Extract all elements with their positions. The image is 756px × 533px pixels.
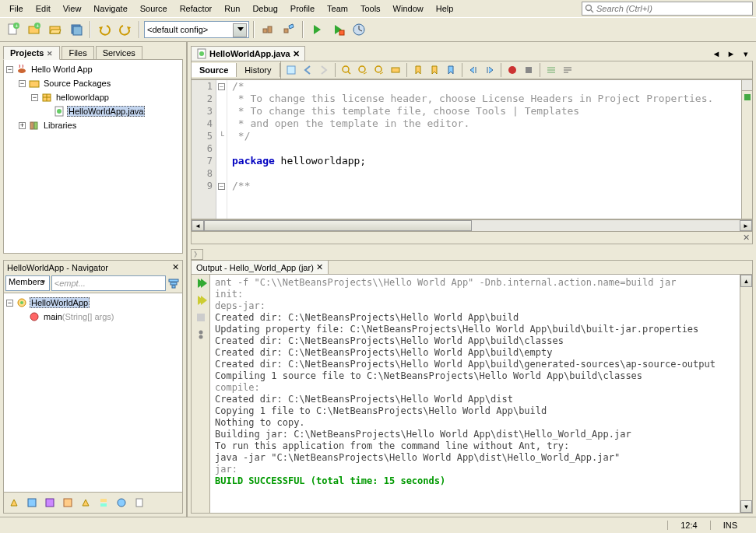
- coffee-icon: [16, 63, 28, 75]
- tab-files[interactable]: Files: [62, 46, 93, 59]
- error-stripe[interactable]: [741, 80, 752, 219]
- tree-package[interactable]: −helloworldapp: [6, 90, 180, 104]
- svg-point-50: [508, 66, 516, 74]
- build-button[interactable]: [258, 20, 277, 39]
- nav-alpha-icon[interactable]: [95, 494, 112, 511]
- undo-button[interactable]: [95, 20, 114, 39]
- line-gutter: 123456789: [192, 80, 216, 219]
- rerun-icon[interactable]: [195, 277, 207, 289]
- close-icon[interactable]: ✕: [172, 262, 179, 272]
- tree-java-file[interactable]: HelloWorldApp.java: [6, 104, 180, 118]
- shift-right-icon[interactable]: [482, 62, 498, 78]
- open-project-button[interactable]: [46, 20, 65, 39]
- menu-run[interactable]: Run: [218, 2, 246, 15]
- shift-left-icon[interactable]: [466, 62, 481, 78]
- tree-project[interactable]: −Hello World App: [6, 62, 180, 76]
- forward-icon[interactable]: [316, 62, 332, 78]
- save-all-button[interactable]: [67, 20, 86, 39]
- uncomment-icon[interactable]: [560, 62, 575, 78]
- svg-rect-39: [136, 499, 142, 507]
- editor-tab[interactable]: HelloWorldApp.java ✕: [191, 46, 305, 61]
- last-edit-icon[interactable]: [283, 62, 299, 78]
- editor-area[interactable]: 123456789 −└− /* * To change this licens…: [191, 79, 753, 219]
- tab-right-button[interactable]: ►: [724, 47, 738, 61]
- next-bookmark-icon[interactable]: [427, 62, 442, 78]
- nav-sort-icon[interactable]: [77, 494, 94, 511]
- find-next-icon[interactable]: [371, 62, 387, 78]
- nav-nonpublic-icon[interactable]: [59, 494, 76, 511]
- rerun-diff-icon[interactable]: [195, 294, 207, 307]
- menu-profile[interactable]: Profile: [284, 2, 321, 15]
- nav-class[interactable]: −HelloWorldApp: [6, 296, 180, 310]
- output-titlebar: Output - Hello_World_App (jar)✕: [191, 260, 753, 275]
- menu-team[interactable]: Team: [321, 2, 354, 15]
- editor-hscroll[interactable]: ◄►: [191, 219, 753, 232]
- navigator-body: −HelloWorldApp main(String[] args): [3, 293, 183, 493]
- history-tab[interactable]: History: [237, 63, 280, 77]
- close-editor-button[interactable]: ✕: [743, 233, 750, 243]
- menu-view[interactable]: View: [57, 2, 88, 15]
- tree-libraries[interactable]: +Libraries: [6, 118, 180, 132]
- fold-gutter[interactable]: −└−: [216, 80, 227, 219]
- menu-debug[interactable]: Debug: [246, 2, 283, 15]
- stop-icon[interactable]: [195, 311, 207, 324]
- clean-build-button[interactable]: [280, 20, 298, 39]
- tab-left-button[interactable]: ◄: [709, 47, 723, 61]
- tab-services[interactable]: Services: [96, 46, 142, 59]
- navigator-filter-button[interactable]: [167, 275, 181, 291]
- nav-doc-icon[interactable]: [131, 494, 148, 511]
- prev-bookmark-icon[interactable]: [410, 62, 426, 78]
- comment-icon[interactable]: [543, 62, 559, 78]
- nav-fields-icon[interactable]: [23, 494, 40, 511]
- menu-window[interactable]: Window: [387, 2, 430, 15]
- svg-text:+: +: [15, 23, 19, 30]
- tab-list-button[interactable]: ▾: [739, 47, 753, 61]
- find-selection-icon[interactable]: [339, 62, 354, 78]
- new-file-button[interactable]: +: [4, 20, 23, 39]
- statusbar: 12:4 INS: [0, 517, 756, 533]
- close-icon[interactable]: ✕: [293, 49, 300, 59]
- code-content[interactable]: /* * To change this license header, choo…: [227, 80, 741, 219]
- menu-file[interactable]: File: [3, 2, 30, 15]
- nav-inherited-icon[interactable]: [5, 494, 23, 511]
- tab-projects[interactable]: Projects✕: [3, 46, 60, 60]
- profile-button[interactable]: [350, 20, 368, 39]
- nav-method[interactable]: main(String[] args): [6, 310, 180, 324]
- redo-button[interactable]: [116, 20, 135, 39]
- collapse-handle[interactable]: 》: [191, 249, 203, 260]
- svg-rect-10: [73, 26, 82, 35]
- toggle-bookmark-icon[interactable]: [443, 62, 459, 78]
- macro-stop-icon[interactable]: [521, 62, 536, 78]
- navigator-view-combo[interactable]: Members: [5, 275, 50, 291]
- navigator-filter-input[interactable]: [51, 275, 166, 291]
- output-text[interactable]: ant -f "C:\\NetBeansProjects\\Hello Worl…: [210, 275, 740, 513]
- output-tab[interactable]: Output - Hello_World_App (jar)✕: [192, 261, 329, 274]
- quick-search[interactable]: [582, 2, 753, 16]
- output-side-toolbar: [192, 275, 210, 513]
- tree-source-packages[interactable]: −Source Packages: [6, 76, 180, 90]
- settings-icon[interactable]: [195, 328, 207, 341]
- run-button[interactable]: [308, 20, 326, 39]
- output-vscroll[interactable]: ▲▼: [740, 275, 752, 513]
- menu-tools[interactable]: Tools: [354, 2, 387, 15]
- find-prev-icon[interactable]: [355, 62, 371, 78]
- source-tab[interactable]: Source: [192, 63, 237, 77]
- macro-record-icon[interactable]: [505, 62, 520, 78]
- new-project-button[interactable]: +: [25, 20, 44, 39]
- toggle-highlight-icon[interactable]: [388, 62, 403, 78]
- config-combo[interactable]: <default config>: [144, 21, 249, 38]
- menu-source[interactable]: Source: [134, 2, 174, 15]
- svg-point-32: [30, 313, 38, 321]
- menu-edit[interactable]: Edit: [30, 2, 57, 15]
- search-input[interactable]: [596, 4, 750, 13]
- close-icon[interactable]: ✕: [316, 262, 323, 272]
- nav-fqn-icon[interactable]: [113, 494, 130, 511]
- debug-button[interactable]: [329, 20, 347, 39]
- menu-refactor[interactable]: Refactor: [174, 2, 219, 15]
- nav-static-icon[interactable]: [41, 494, 58, 511]
- svg-rect-33: [28, 499, 36, 507]
- menu-navigate[interactable]: Navigate: [87, 2, 133, 15]
- close-icon[interactable]: ✕: [47, 50, 53, 58]
- menu-help[interactable]: Help: [430, 2, 460, 15]
- back-icon[interactable]: [300, 62, 315, 78]
